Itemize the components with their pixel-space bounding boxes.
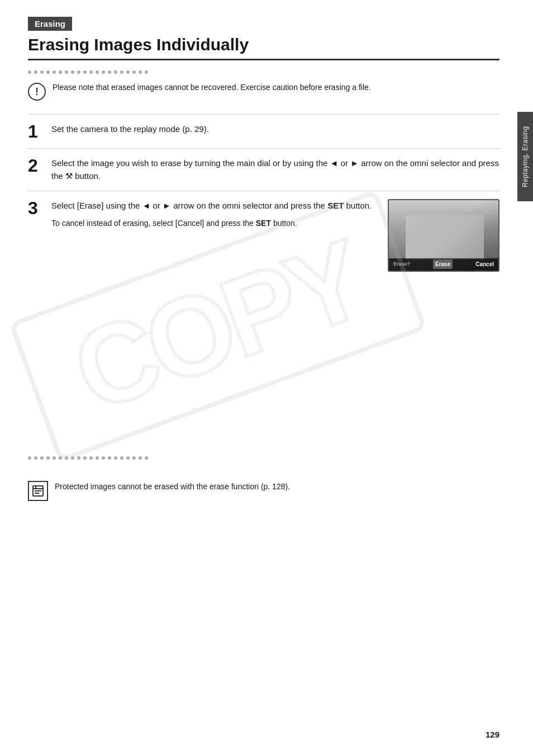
dot — [28, 456, 31, 460]
dot — [71, 70, 74, 74]
dot — [77, 456, 80, 460]
page-title: Erasing Images Individually — [28, 35, 499, 60]
dot — [40, 456, 44, 460]
dot — [89, 70, 93, 74]
step-3-number: 3 — [28, 199, 44, 217]
lcd-erase-option: Erase — [433, 259, 453, 270]
dot — [59, 456, 62, 460]
step-2-number: 2 — [28, 157, 44, 174]
dot — [40, 70, 44, 74]
dot — [139, 70, 142, 74]
lcd-cancel-option: Cancel — [475, 260, 494, 269]
step-3-content: Select [Erase] using the ◄ or ► arrow on… — [51, 199, 499, 272]
dot — [114, 456, 117, 460]
dot — [126, 70, 130, 74]
dot — [139, 456, 142, 460]
warning-note: ! Please note that erased images cannot … — [28, 78, 499, 104]
page-wrapper: Replaying, Erasing Erasing Erasing Image… — [0, 0, 533, 756]
dot — [96, 456, 99, 460]
dot — [34, 456, 37, 460]
dot — [102, 70, 105, 74]
dot — [65, 70, 68, 74]
dot — [108, 456, 111, 460]
dot — [120, 456, 123, 460]
dot — [145, 70, 148, 74]
camera-lcd-display: Erase? Erase Cancel — [388, 199, 499, 272]
dot — [28, 70, 31, 74]
sidebar-tab-label: Replaying, Erasing — [521, 126, 529, 187]
dot — [96, 70, 99, 74]
dot — [34, 70, 37, 74]
page-number: 129 — [486, 730, 499, 739]
step-3: 3 Select [Erase] using the ◄ or ► arrow … — [28, 191, 499, 277]
step-3-image: Erase? Erase Cancel — [388, 199, 499, 272]
step-1-number: 1 — [28, 122, 44, 140]
dot — [53, 456, 56, 460]
badge-label: Erasing — [35, 19, 65, 29]
warning-text: Please note that erased images cannot be… — [53, 82, 371, 93]
dot — [102, 456, 105, 460]
dot — [120, 70, 123, 74]
step-3-sub-text: To cancel instead of erasing, select [Ca… — [51, 218, 379, 230]
step-3-main-text: Select [Erase] using the ◄ or ► arrow on… — [51, 199, 379, 212]
lcd-erase-question: Erase? — [393, 261, 410, 268]
dot — [126, 456, 130, 460]
step-3-inner: Select [Erase] using the ◄ or ► arrow on… — [51, 199, 499, 272]
warning-icon: ! — [28, 83, 46, 101]
erasing-badge: Erasing — [28, 17, 72, 31]
dot — [71, 456, 74, 460]
dot — [108, 70, 111, 74]
dot — [65, 456, 68, 460]
protection-icon — [28, 481, 48, 501]
step-2-content: Select the image you wish to erase by tu… — [51, 157, 499, 183]
lcd-bottom-bar: Erase? Erase Cancel — [389, 258, 498, 271]
dot — [59, 70, 62, 74]
dot — [83, 456, 87, 460]
dot — [46, 456, 50, 460]
step-2: 2 Select the image you wish to erase by … — [28, 148, 499, 188]
dotted-separator-bottom — [28, 456, 499, 460]
dot — [83, 70, 87, 74]
dot — [114, 70, 117, 74]
dotted-separator-top — [28, 70, 499, 74]
dot — [46, 70, 50, 74]
sidebar-tab: Replaying, Erasing — [517, 112, 533, 201]
bottom-note-text: Protected images cannot be erased with t… — [55, 481, 290, 493]
step-1-content: Set the camera to the replay mode (p. 29… — [51, 122, 499, 135]
dot — [89, 456, 93, 460]
dot — [77, 70, 80, 74]
dot — [132, 70, 136, 74]
step-1: 1 Set the camera to the replay mode (p. … — [28, 114, 499, 146]
dot — [53, 70, 56, 74]
bottom-note: Protected images cannot be erased with t… — [28, 476, 499, 501]
step-3-text: Select [Erase] using the ◄ or ► arrow on… — [51, 199, 379, 230]
dot — [145, 456, 148, 460]
dot — [132, 456, 136, 460]
